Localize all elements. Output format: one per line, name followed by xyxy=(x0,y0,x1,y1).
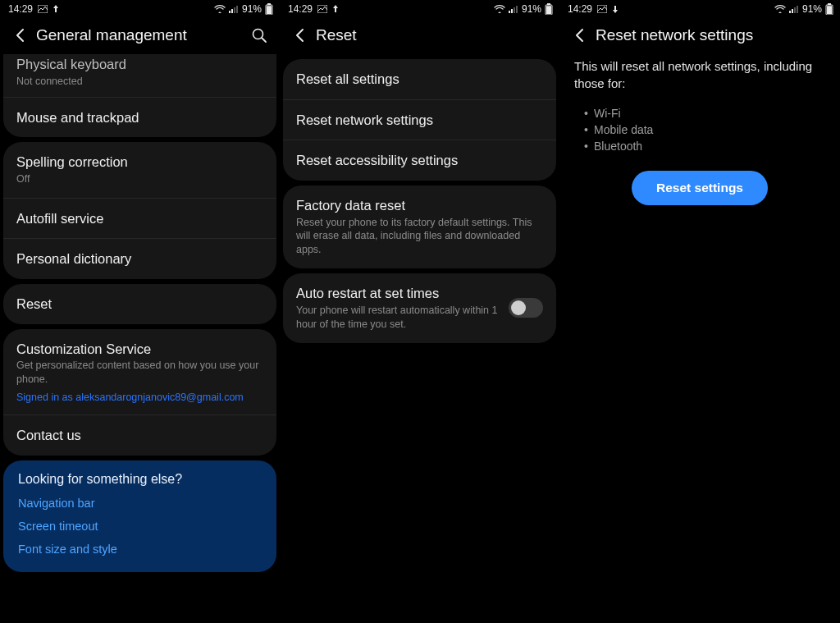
search-button[interactable] xyxy=(250,26,268,44)
status-time: 14:29 xyxy=(8,3,33,15)
factory-sub: Reset your phone to its factory default … xyxy=(296,216,543,258)
battery-icon xyxy=(265,3,273,15)
status-time: 14:29 xyxy=(288,3,313,15)
reset-accessibility-label: Reset accessibility settings xyxy=(296,152,543,169)
reset-network-description: This will reset all network settings, in… xyxy=(559,54,840,103)
upload-icon xyxy=(52,5,59,13)
svg-rect-25 xyxy=(827,6,832,14)
signal-icon xyxy=(509,5,518,13)
bullet-mobile-data: Mobile data xyxy=(584,121,825,138)
personal-dictionary-label: Personal dictionary xyxy=(16,250,263,268)
back-button[interactable] xyxy=(11,26,30,44)
status-bar: 14:29 91% xyxy=(559,0,840,18)
upload-icon xyxy=(332,5,339,13)
svg-rect-14 xyxy=(516,6,518,13)
auto-restart-sub: Your phone will restart automatically wi… xyxy=(296,304,499,332)
header: Reset xyxy=(280,18,559,54)
customization-sub: Get personalized content based on how yo… xyxy=(16,359,263,387)
help-question: Looking for something else? xyxy=(18,472,262,487)
row-customization-service[interactable]: Customization Service Get personalized c… xyxy=(3,329,276,415)
row-reset[interactable]: Reset xyxy=(3,284,276,324)
physical-keyboard-label: Physical keyboard xyxy=(16,56,263,73)
status-battery: 91% xyxy=(802,3,822,15)
svg-rect-22 xyxy=(797,6,798,13)
reset-network-label: Reset network settings xyxy=(296,112,543,129)
row-autofill-service[interactable]: Autofill service xyxy=(3,198,276,239)
status-time: 14:29 xyxy=(568,3,592,15)
back-button[interactable] xyxy=(291,26,309,44)
download-icon xyxy=(612,5,619,13)
svg-rect-1 xyxy=(229,11,231,13)
row-reset-all-settings[interactable]: Reset all settings xyxy=(283,59,556,99)
svg-rect-2 xyxy=(231,9,233,13)
row-auto-restart[interactable]: Auto restart at set times Your phone wil… xyxy=(283,273,556,342)
auto-restart-toggle[interactable] xyxy=(509,298,543,318)
battery-icon xyxy=(825,3,833,15)
svg-rect-21 xyxy=(794,7,796,13)
status-battery: 91% xyxy=(522,3,541,15)
wifi-icon xyxy=(214,5,226,13)
row-personal-dictionary[interactable]: Personal dictionary xyxy=(3,238,276,279)
header: General management xyxy=(0,18,280,54)
svg-rect-12 xyxy=(511,9,513,13)
signal-icon xyxy=(229,5,239,13)
svg-rect-20 xyxy=(792,9,793,13)
physical-keyboard-sub: Not connected xyxy=(16,75,263,89)
factory-label: Factory data reset xyxy=(296,197,543,214)
page-title: General management xyxy=(36,26,187,44)
customization-label: Customization Service xyxy=(16,341,263,358)
reset-settings-button[interactable]: Reset settings xyxy=(632,171,768,205)
svg-rect-10 xyxy=(317,5,327,13)
row-mouse-trackpad[interactable]: Mouse and trackpad xyxy=(3,97,276,138)
page-title: Reset xyxy=(316,26,357,44)
status-bar: 14:29 91% xyxy=(0,0,280,18)
svg-rect-0 xyxy=(38,5,48,13)
battery-icon xyxy=(545,3,553,15)
row-reset-network-settings[interactable]: Reset network settings xyxy=(283,99,556,140)
row-physical-keyboard[interactable]: Physical keyboard Not connected xyxy=(3,54,276,97)
header: Reset network settings xyxy=(559,18,840,54)
signal-icon xyxy=(789,5,799,13)
status-battery: 91% xyxy=(242,3,262,15)
picture-icon xyxy=(38,5,48,13)
svg-rect-4 xyxy=(236,6,238,13)
svg-line-9 xyxy=(262,39,267,43)
wifi-icon xyxy=(494,5,505,13)
row-spelling-correction[interactable]: Spelling correction Off xyxy=(3,142,276,198)
wifi-icon xyxy=(774,5,786,13)
reset-all-label: Reset all settings xyxy=(296,71,543,88)
status-bar: 14:29 91% xyxy=(280,0,559,18)
mouse-trackpad-label: Mouse and trackpad xyxy=(16,109,263,126)
bullet-bluetooth: Bluetooth xyxy=(584,138,825,154)
help-card: Looking for something else? Navigation b… xyxy=(3,460,276,572)
svg-rect-19 xyxy=(789,11,791,13)
svg-rect-17 xyxy=(546,6,551,14)
picture-icon xyxy=(597,5,607,13)
svg-rect-18 xyxy=(597,5,607,13)
bullet-wifi: Wi-Fi xyxy=(584,105,825,121)
help-link-screen-timeout[interactable]: Screen timeout xyxy=(18,515,262,538)
auto-restart-label: Auto restart at set times xyxy=(296,285,499,302)
page-title: Reset network settings xyxy=(596,26,753,44)
reset-network-bullets: Wi-Fi Mobile data Bluetooth xyxy=(559,103,840,163)
contact-us-label: Contact us xyxy=(16,427,263,444)
row-contact-us[interactable]: Contact us xyxy=(3,415,276,456)
reset-label: Reset xyxy=(16,295,263,313)
help-link-navigation-bar[interactable]: Navigation bar xyxy=(18,492,262,515)
svg-rect-7 xyxy=(267,6,272,14)
customization-signed-link[interactable]: Signed in as aleksandarognjanovic89@gmai… xyxy=(16,392,263,403)
picture-icon xyxy=(317,5,327,13)
autofill-label: Autofill service xyxy=(16,210,263,227)
spelling-label: Spelling correction xyxy=(16,153,263,171)
row-reset-accessibility-settings[interactable]: Reset accessibility settings xyxy=(283,140,556,181)
svg-rect-3 xyxy=(234,7,235,13)
spelling-sub: Off xyxy=(16,172,263,186)
svg-rect-13 xyxy=(514,7,515,13)
back-button[interactable] xyxy=(571,26,589,44)
svg-point-8 xyxy=(253,30,263,39)
help-link-font-size[interactable]: Font size and style xyxy=(18,538,262,564)
svg-rect-11 xyxy=(509,11,510,13)
row-factory-data-reset[interactable]: Factory data reset Reset your phone to i… xyxy=(283,186,556,268)
